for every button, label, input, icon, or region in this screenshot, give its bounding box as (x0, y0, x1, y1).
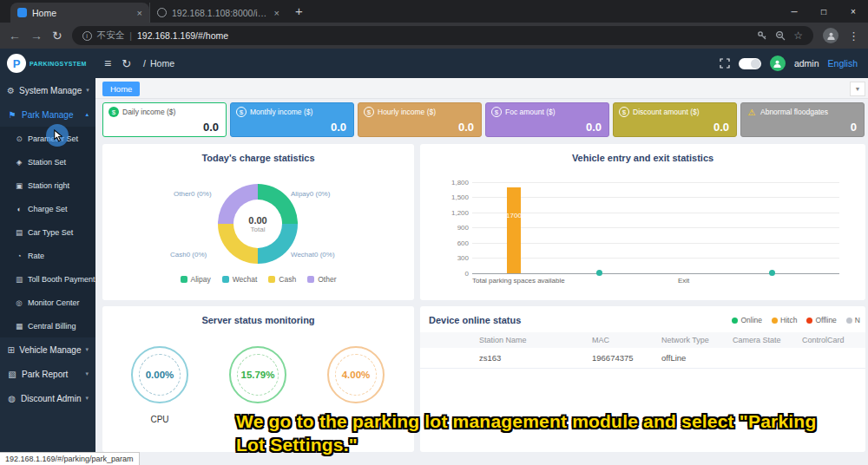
browser-tab-home[interactable]: Home × (10, 3, 149, 23)
sidebar-item-park-manage[interactable]: ⚑ Park Manage ▴ (0, 102, 95, 127)
flag-icon: ⚑ (7, 110, 17, 120)
browser-profile-avatar[interactable] (823, 28, 838, 43)
dollar-icon: $ (364, 107, 374, 117)
globe-icon (157, 8, 167, 17)
sidebar-item-station-right[interactable]: ▣ Station right (0, 174, 95, 197)
legend-item-alipay[interactable]: Alipay (181, 275, 211, 284)
url-text: 192.168.1.169/#/home (137, 30, 228, 41)
close-button[interactable]: × (838, 0, 868, 23)
dollar-icon: $ (236, 107, 247, 117)
tab-overflow-chevron-icon[interactable]: ▼ (850, 82, 865, 96)
gauge-cpu: 0.00% (131, 346, 188, 403)
gauge-value: 0.00% (146, 370, 174, 380)
subtitle-line-2: Lot Settings." (236, 433, 816, 456)
chevron-down-icon: ▾ (85, 370, 89, 377)
zoom-icon[interactable] (775, 30, 786, 41)
theme-toggle[interactable] (739, 58, 761, 69)
address-divider: | (129, 30, 132, 41)
table-header-row: Station Name MAC Network Type Camera Sta… (420, 332, 865, 348)
subtitle-line-1: We go to the parking lot management modu… (236, 409, 816, 433)
online-dot-icon (732, 318, 738, 324)
language-selector[interactable]: English (828, 58, 858, 69)
address-bar[interactable]: i 不安全 | 192.168.1.169/#/home ☆ (72, 26, 813, 45)
collapse-menu-icon[interactable]: ≡ (104, 56, 111, 70)
toggle-knob (751, 59, 760, 69)
refresh-icon[interactable]: ↻ (122, 57, 131, 70)
legend-item-wechat[interactable]: Wechat (222, 275, 258, 284)
series-dot (596, 270, 602, 276)
chevron-down-icon: ▾ (85, 346, 89, 353)
cell-network-type: offLine (661, 353, 733, 363)
tab-close-icon[interactable]: × (274, 8, 279, 18)
fullscreen-icon[interactable] (720, 58, 730, 69)
sidebar-item-charge-set[interactable]: ◐ Charge Set (0, 197, 95, 220)
toll-booth-icon: ▥ (15, 275, 23, 284)
tab-title: Home (32, 8, 132, 18)
sidebar-item-monitor-center[interactable]: ◎ Monitor Center (0, 291, 95, 314)
card-value: 0.0 (331, 121, 346, 134)
gauge-disk: 4.00% (327, 346, 385, 403)
vehicle-icon: ⊞ (7, 345, 15, 355)
card-value: 0.0 (713, 121, 729, 134)
rate-icon: ◔ (15, 252, 23, 260)
browser-tab-secondary[interactable]: 192.168.1.108:8000/index.ht × (149, 3, 286, 23)
stat-card-discount-amount: $Discount amount ($) 0.0 (613, 102, 737, 137)
cell-station-name: zs163 (479, 353, 592, 363)
sidebar-item-central-billing[interactable]: ▦ Central Billing (0, 314, 95, 337)
back-icon[interactable]: ← (9, 29, 21, 43)
tab-home[interactable]: Home (102, 82, 140, 96)
video-subtitle: We go to the parking lot management modu… (236, 409, 816, 456)
dollar-icon: $ (491, 107, 502, 117)
forward-icon[interactable]: → (30, 29, 43, 43)
y-tick: 300 (432, 254, 469, 262)
series-dot (769, 270, 775, 276)
legend-item-cash[interactable]: Cash (268, 275, 296, 284)
security-label: 不安全 (97, 29, 125, 42)
gridline (472, 182, 839, 183)
tab-title: 192.168.1.108:8000/index.ht (172, 8, 269, 18)
x-axis-line (472, 273, 839, 274)
reload-icon[interactable]: ↻ (52, 29, 62, 43)
breadcrumb-separator: / (143, 58, 146, 69)
sidebar-item-station-set[interactable]: ◈ Station Set (0, 150, 95, 174)
donut-total-label: Total (251, 226, 266, 233)
minimize-button[interactable]: ─ (779, 0, 809, 23)
card-value: 0 (851, 121, 857, 134)
sidebar-item-car-type-set[interactable]: ▤ Car Type Set (0, 220, 95, 244)
stat-card-abnormal-floodgates: ⚠Abnormal floodgates 0 (740, 102, 865, 137)
y-tick: 600 (432, 239, 469, 247)
breadcrumb-item[interactable]: Home (150, 58, 174, 69)
sidebar-item-discount-admin[interactable]: ◍ Discount Admin ▾ (0, 386, 95, 410)
link-status-bar: 192.168.1.169/#/parking/park_param (0, 452, 140, 465)
billing-icon: ▦ (15, 322, 23, 331)
tab-close-icon[interactable]: × (137, 8, 142, 18)
dollar-icon: $ (108, 107, 119, 117)
browser-menu-icon[interactable]: ⋮ (848, 29, 859, 43)
card-label: Discount amount ($) (633, 108, 700, 116)
legend-item-other[interactable]: Other (307, 275, 336, 284)
sidebar-item-park-report[interactable]: ▧ Park Report ▾ (0, 362, 95, 386)
col-camera-state: Camera State (733, 336, 802, 344)
app-logo: P PARKINGSYSTEM (0, 54, 95, 73)
legend-swatch (181, 276, 187, 283)
sidebar-item-label: Charge Set (28, 205, 68, 213)
mouse-cursor-icon (53, 129, 65, 143)
key-icon[interactable] (757, 30, 767, 41)
bar-total-parking[interactable]: 1700 (507, 187, 521, 273)
sidebar-item-rate[interactable]: ◔ Rate (0, 244, 95, 267)
new-tab-button[interactable]: + (295, 3, 303, 18)
sidebar-item-label: Vehicle Manage (19, 345, 81, 355)
warning-icon: ⚠ (746, 107, 757, 117)
bookmark-star-icon[interactable]: ☆ (793, 29, 803, 42)
hitch-dot-icon (772, 318, 778, 324)
sidebar-item-toll-booth-payment[interactable]: ▥ Toll Booth Payment (0, 267, 95, 291)
tab-favicon-icon (17, 8, 27, 17)
table-row[interactable]: zs163 196674375 offLine (420, 348, 865, 369)
stat-card-foc-amount: $Foc amount ($) 0.0 (485, 102, 609, 137)
maximize-button[interactable]: □ (809, 0, 838, 23)
sidebar-item-system-manage[interactable]: ⚙ System Manage ▾ (0, 78, 95, 102)
sidebar-item-vehicle-manage[interactable]: ⊞ Vehicle Manage ▾ (0, 337, 95, 362)
bar-value-label: 1700 (506, 212, 522, 273)
user-avatar[interactable] (770, 56, 786, 71)
browser-tab-strip: Home × 192.168.1.108:8000/index.ht × + ─… (0, 0, 868, 23)
